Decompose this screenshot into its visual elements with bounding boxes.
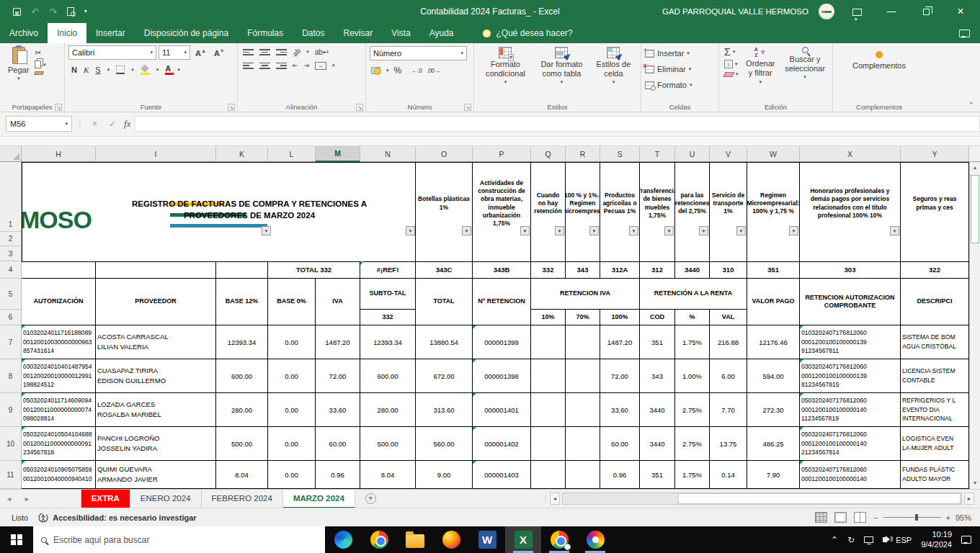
tab-ayuda[interactable]: Ayuda	[420, 23, 463, 43]
cell-T10[interactable]: 3440	[640, 427, 675, 461]
cell-O10[interactable]: 560.00	[416, 427, 473, 461]
zoom-in-button[interactable]: +	[946, 513, 950, 522]
column-header-H[interactable]: H	[22, 146, 96, 162]
ribbon-display-options-button[interactable]	[845, 0, 869, 23]
cell-P9[interactable]: 000001401	[473, 393, 531, 427]
font-size-select[interactable]: 11▾	[159, 45, 190, 60]
align-center-button[interactable]	[259, 61, 270, 71]
sort-filter-button[interactable]: AZ▼ Ordenar y filtrar▾	[740, 45, 781, 101]
taskbar-firefox[interactable]	[433, 526, 469, 553]
minimize-button[interactable]: —	[879, 0, 904, 23]
filter-dropdown-icon[interactable]: ▼	[664, 226, 674, 235]
merge-center-button[interactable]: ↔	[315, 62, 326, 70]
customize-quick-access-icon[interactable]: ▾	[84, 9, 87, 14]
cell-P4[interactable]: 343B	[473, 261, 531, 279]
cell-P11[interactable]: 000001403	[473, 461, 531, 489]
network-icon[interactable]	[864, 536, 873, 543]
cell-styles-button[interactable]: Estilos de celda▾	[590, 45, 637, 101]
row-header-4[interactable]: 4	[0, 261, 22, 279]
fill-color-button[interactable]	[141, 66, 150, 75]
tab-revisar[interactable]: Revisar	[334, 23, 383, 43]
cell-O4[interactable]: 343C	[416, 261, 473, 279]
cell-U4[interactable]: 3440	[675, 261, 710, 279]
cell-H4[interactable]	[22, 261, 96, 279]
save-icon[interactable]	[13, 8, 21, 16]
volume-icon[interactable]	[883, 537, 886, 542]
cell-N10[interactable]: 500.00	[360, 427, 416, 461]
column-header-V[interactable]: V	[710, 146, 747, 162]
bold-button[interactable]: N	[71, 66, 77, 74]
cell-X1[interactable]: Honorarios profesionales y demás pagos p…	[800, 163, 901, 262]
cell-Q10[interactable]	[531, 427, 566, 461]
cell-U9[interactable]: 2.75%	[675, 393, 710, 427]
column-header-Y[interactable]: Y	[901, 146, 969, 162]
cell-Q5[interactable]: RETENCION IVA	[531, 279, 640, 310]
italic-button[interactable]: K	[84, 66, 89, 74]
copy-button[interactable]: ▾	[35, 60, 46, 68]
cell-S7[interactable]: 1487.20	[600, 325, 640, 359]
cell-T7[interactable]: 351	[640, 325, 675, 359]
formula-input[interactable]	[135, 116, 980, 132]
cell-R6[interactable]: 70%	[566, 310, 600, 325]
sheet-tab-enero[interactable]: ENERO 2024	[130, 490, 202, 508]
cell-K4[interactable]	[216, 261, 268, 279]
filter-dropdown-icon[interactable]: ▼	[789, 226, 798, 235]
cell-M7[interactable]: 1487.20	[316, 325, 360, 359]
cell-U6[interactable]: %	[675, 310, 710, 325]
cell-S10[interactable]: 60.00	[600, 427, 640, 461]
cell-H9[interactable]: 05032024011714609094 0012001100000000007…	[22, 393, 96, 427]
scroll-down-icon[interactable]: ▼	[970, 477, 980, 489]
align-bottom-button[interactable]	[276, 48, 287, 57]
taskbar-chrome-profile[interactable]	[541, 526, 577, 553]
collapse-ribbon-icon[interactable]: ⌃	[968, 101, 974, 109]
cancel-entry-button[interactable]: ×	[89, 119, 101, 129]
format-painter-button[interactable]	[35, 71, 46, 75]
scroll-up-icon[interactable]: ▲	[970, 162, 980, 174]
cell-L5[interactable]: BASE 0%	[268, 279, 316, 325]
cell-I4[interactable]	[96, 261, 216, 279]
cell-Q4[interactable]: 332	[531, 261, 566, 279]
cell-P10[interactable]: 000001402	[473, 427, 531, 461]
cell-S9[interactable]: 33.60	[600, 393, 640, 427]
filter-dropdown-icon[interactable]: ▼	[520, 226, 530, 235]
cell-M11[interactable]: 0.96	[316, 461, 360, 489]
cell-N6[interactable]: 332	[360, 310, 416, 325]
cell-N8[interactable]: 600.00	[360, 359, 416, 393]
redo-icon[interactable]: ↷	[49, 7, 57, 17]
cell-Y7[interactable]: SISTEMA DE BOM AGUA CRISTÓBAL	[901, 325, 969, 359]
print-preview-icon[interactable]	[67, 7, 74, 16]
cell-U8[interactable]: 1.00%	[675, 359, 710, 393]
row-header-7[interactable]: 7	[0, 325, 22, 359]
zoom-slider-thumb[interactable]	[915, 514, 918, 521]
filter-dropdown-icon[interactable]: ▼	[629, 226, 638, 235]
accessibility-status[interactable]: Accesibilidad: es necesario investigar	[38, 513, 196, 523]
start-button[interactable]	[0, 526, 33, 553]
cell-Y4[interactable]: 322	[901, 261, 969, 279]
cell-N4[interactable]: #¡REF!	[360, 261, 416, 279]
horizontal-scrollbar[interactable]	[562, 493, 962, 505]
cell-K9[interactable]: 280.00	[216, 393, 268, 427]
cell-S8[interactable]: 72.00	[600, 359, 640, 393]
taskbar-chrome[interactable]	[361, 526, 397, 553]
tab-formulas[interactable]: Fórmulas	[238, 23, 293, 43]
cell-O7[interactable]: 13880.54	[416, 325, 473, 359]
cell-O1[interactable]: Botellas plásticas 1%▼	[416, 163, 473, 262]
cell-R7[interactable]	[566, 325, 600, 359]
cell-Y9[interactable]: REFRIGERIOS Y L EVENTO DIA INTERNACIONAL	[901, 393, 969, 427]
row-header-8[interactable]: 8	[0, 359, 22, 393]
cell-V11[interactable]: 0.14	[710, 461, 747, 489]
cell-S4[interactable]: 312A	[600, 261, 640, 279]
cell-P7[interactable]: 000001399	[473, 325, 531, 359]
name-box[interactable]: M56▾	[6, 116, 72, 132]
decrease-decimal-button[interactable]: .00→	[427, 67, 440, 74]
percent-button[interactable]: %	[394, 66, 402, 76]
cell-T6[interactable]: COD	[640, 310, 675, 325]
cell-Y1[interactable]: Seguros y reas primas y ces	[901, 163, 969, 262]
cell-Q8[interactable]	[531, 359, 566, 393]
cell-T11[interactable]: 351	[640, 461, 675, 489]
column-header-L[interactable]: L	[268, 146, 316, 162]
taskbar-explorer[interactable]	[397, 526, 433, 553]
cell-H10[interactable]: 05032024010504104688 0012001100000000009…	[22, 427, 96, 461]
cell-U10[interactable]: 2.75%	[675, 427, 710, 461]
cell-W10[interactable]: 486.25	[747, 427, 800, 461]
